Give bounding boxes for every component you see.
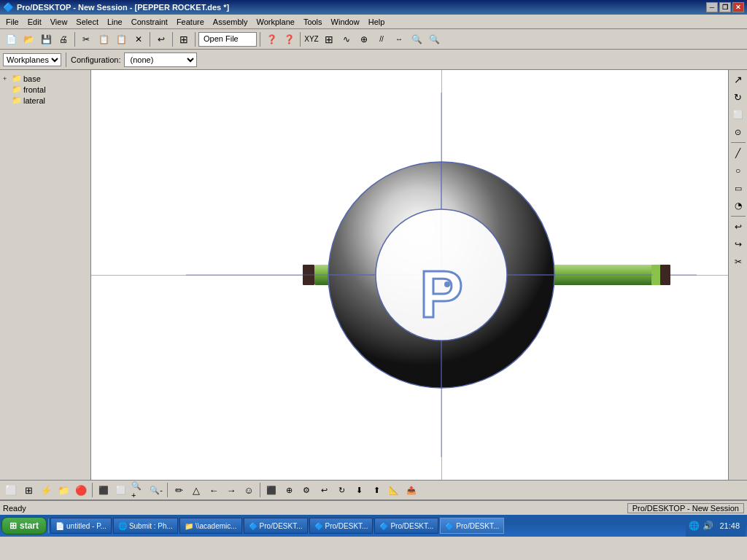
tree-label-frontal: frontal — [23, 85, 46, 94]
statusbar: Ready Pro/DESKTOP - New Session — [0, 500, 747, 515]
menu-constraint[interactable]: Constraint — [127, 16, 172, 28]
extra1[interactable]: // — [374, 31, 390, 47]
paste-button[interactable]: 📋 — [113, 31, 129, 47]
rt-arc[interactable]: ◔ — [730, 198, 746, 214]
tree-item-base[interactable]: + 📁 base — [3, 73, 88, 84]
bt-export[interactable]: 📤 — [403, 482, 419, 498]
bt-next[interactable]: → — [223, 482, 239, 498]
search-btn[interactable]: 🔍 — [426, 31, 442, 47]
menu-select[interactable]: Select — [71, 16, 103, 28]
open-button[interactable]: 📂 — [20, 31, 36, 47]
bt-frame[interactable]: ⬛ — [96, 482, 112, 498]
bt-part[interactable]: ⬛ — [263, 482, 279, 498]
bt-prev[interactable]: ← — [206, 482, 222, 498]
menu-tools[interactable]: Tools — [299, 16, 327, 28]
academic-label: \\academic... — [196, 522, 237, 530]
zoom-btn[interactable]: 🔍 — [409, 31, 425, 47]
menu-feature[interactable]: Feature — [172, 16, 209, 28]
snap-btn[interactable]: ⊞ — [321, 31, 337, 47]
coord-btn[interactable]: XYZ — [303, 31, 320, 47]
bt-tool3[interactable]: ↻ — [333, 482, 349, 498]
rt-trim[interactable]: ✂ — [730, 254, 746, 270]
menu-edit[interactable]: Edit — [23, 16, 46, 28]
bt-tool2[interactable]: ↩ — [316, 482, 332, 498]
rotate-btn[interactable]: ⊕ — [356, 31, 372, 47]
bt-tool5[interactable]: ⬆ — [368, 482, 384, 498]
menu-workplane[interactable]: Workplane — [252, 16, 298, 28]
bt-btn2[interactable]: ⊞ — [20, 482, 36, 498]
separator4 — [195, 32, 196, 47]
rt-line[interactable]: ╱ — [730, 145, 746, 161]
bt-btn5[interactable]: 🔴 — [73, 482, 89, 498]
rt-3d[interactable]: ⊙ — [730, 124, 746, 140]
taskbar-prodeskt-active[interactable]: 🔷 Pro/DESKT... — [440, 518, 504, 534]
taskbar: ⊞ start 📄 untitled - P... 🌐 Submit : Ph.… — [0, 515, 747, 537]
prodeskt1-label: Pro/DESKT... — [260, 522, 303, 530]
bt-smile[interactable]: ☺ — [241, 482, 257, 498]
bt-tool6[interactable]: 📐 — [386, 482, 402, 498]
menu-view[interactable]: View — [46, 16, 72, 28]
rt-redo[interactable]: ↪ — [730, 236, 746, 252]
taskbar-submit[interactable]: 🌐 Submit : Ph... — [113, 518, 178, 534]
rt-rect[interactable]: ▭ — [730, 180, 746, 196]
cut-button[interactable]: ✂ — [78, 31, 94, 47]
delete-button[interactable]: ✕ — [131, 31, 147, 47]
config-select[interactable]: (none) — [124, 52, 197, 67]
svg-rect-6 — [660, 265, 670, 285]
bt-btn4[interactable]: 📁 — [55, 482, 71, 498]
workplanes-select[interactable]: Workplanes — [3, 53, 61, 66]
bt-cursor[interactable]: △ — [188, 482, 204, 498]
minimize-button[interactable]: ─ — [706, 2, 718, 12]
bt-zoomin[interactable]: 🔍+ — [131, 482, 147, 498]
rt-pointer[interactable]: ↗ — [730, 71, 746, 88]
bt-tool1[interactable]: ⚙ — [298, 482, 314, 498]
help-btn[interactable]: ❓ — [263, 31, 279, 47]
bt-btn3[interactable]: ⚡ — [38, 482, 54, 498]
taskbar-prodeskt2[interactable]: 🔷 Pro/DESKT... — [309, 518, 374, 534]
prodeskt2-icon: 🔷 — [314, 522, 323, 530]
bt-zoomout[interactable]: 🔍- — [148, 482, 164, 498]
separator-wp — [66, 52, 66, 67]
select-filter[interactable]: ⊞ — [176, 31, 192, 47]
rt-circle[interactable]: ○ — [730, 163, 746, 179]
whatsthis-btn[interactable]: ❓ — [281, 31, 297, 47]
menu-help[interactable]: Help — [364, 16, 390, 28]
bt-btn1[interactable]: ⬜ — [3, 482, 19, 498]
bt-back[interactable]: ✏ — [171, 482, 187, 498]
taskbar-untitled[interactable]: 📄 untitled - P... — [50, 518, 112, 534]
taskbar-academic[interactable]: 📁 \\academic... — [179, 518, 242, 534]
copy-button[interactable]: 📋 — [96, 31, 112, 47]
menu-window[interactable]: Window — [327, 16, 364, 28]
tree-item-frontal[interactable]: 📁 frontal — [3, 84, 88, 95]
separator5 — [260, 32, 260, 47]
menu-assembly[interactable]: Assembly — [209, 16, 252, 28]
status-right-label: Pro/DESKTOP - New Session — [627, 503, 744, 513]
bt-tool4[interactable]: ⬇ — [351, 482, 367, 498]
menu-file[interactable]: File — [1, 16, 23, 28]
start-button[interactable]: ⊞ start — [1, 517, 47, 534]
rt-rotate[interactable]: ↻ — [730, 89, 746, 105]
taskbar-prodeskt1[interactable]: 🔷 Pro/DESKT... — [244, 518, 308, 534]
undo-button[interactable]: ↩ — [153, 31, 169, 47]
restore-button[interactable]: ❐ — [719, 2, 731, 12]
save-button[interactable]: 💾 — [38, 31, 54, 47]
folder-icon-frontal: 📁 — [12, 85, 22, 94]
windows-logo: ⊞ — [9, 521, 17, 531]
taskbar-prodeskt3[interactable]: 🔷 Pro/DESKT... — [374, 518, 438, 534]
openfile-label: Open File — [198, 32, 257, 47]
start-label: start — [20, 521, 39, 531]
new-button[interactable]: 📄 — [3, 31, 19, 47]
rt-undo[interactable]: ↩ — [730, 219, 746, 235]
print-button[interactable]: 🖨 — [55, 31, 71, 47]
extra2[interactable]: ↔ — [391, 31, 407, 47]
bt-frame2[interactable]: ⬜ — [113, 482, 129, 498]
bt-asm[interactable]: ⊕ — [281, 482, 297, 498]
rt-select[interactable]: ⬜ — [730, 106, 746, 122]
folder-icon-base: 📁 — [12, 74, 22, 83]
canvas-area[interactable]: P — [91, 70, 728, 480]
main-area: + 📁 base 📁 frontal 📁 lateral — [0, 70, 747, 480]
close-button[interactable]: ✕ — [732, 2, 744, 12]
tree-item-lateral[interactable]: 📁 lateral — [3, 95, 88, 106]
menu-line[interactable]: Line — [103, 16, 127, 28]
curve-btn[interactable]: ∿ — [338, 31, 355, 47]
